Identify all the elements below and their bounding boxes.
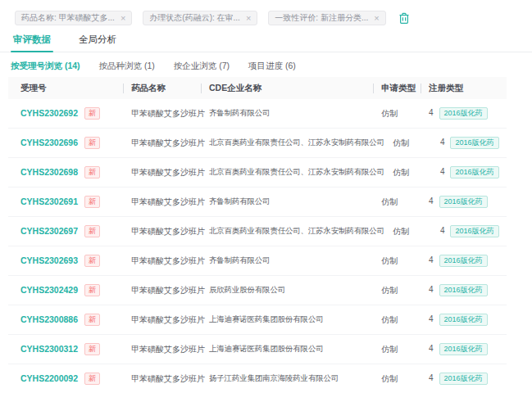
tab-global-analysis[interactable]: 全局分析 xyxy=(79,34,116,52)
company-name: 齐鲁制药有限公司 xyxy=(201,108,373,119)
reg-type-badge: 2016版化药 xyxy=(450,225,498,237)
column-header-reg-type: 注册类型 xyxy=(421,83,494,94)
column-header-apply-type: 申请类型 xyxy=(373,83,421,94)
new-badge: 新 xyxy=(84,373,100,385)
company-name: 扬子江药业集团南京海陵药业有限公司 xyxy=(201,373,373,384)
column-header-company: CDE企业名称 xyxy=(201,83,373,94)
new-badge: 新 xyxy=(84,196,100,208)
drug-name: 甲苯磺酸艾多沙班片 xyxy=(123,196,201,208)
apply-type: 仿制 xyxy=(384,226,432,237)
reg-type-badge: 2016版化药 xyxy=(450,137,498,149)
reg-class: 4 xyxy=(429,108,434,117)
acceptance-no-link[interactable]: CYHS2302697 xyxy=(20,226,78,236)
reg-type-badge: 2016版化药 xyxy=(439,343,488,355)
drug-name: 甲苯磺酸艾多沙班片 xyxy=(123,285,201,296)
subtab-project-progress[interactable]: 项目进度 (6) xyxy=(248,61,296,72)
reg-type-badge: 2016版化药 xyxy=(439,196,488,208)
column-header-acceptance-no: 受理号 xyxy=(20,83,123,94)
filter-tag-drug-name: 药品名称: 甲苯磺酸艾多... × xyxy=(15,11,132,25)
apply-type: 仿制 xyxy=(373,255,421,267)
reg-type-badge: 2016版化药 xyxy=(439,373,488,385)
reg-class: 4 xyxy=(429,344,434,353)
drug-name: 甲苯磺酸艾多沙班片 xyxy=(123,108,201,120)
reg-type-badge: 2016版化药 xyxy=(450,166,498,178)
reg-class: 4 xyxy=(429,285,434,294)
review-data-table: 受理号 药品名称 CDE企业名称 申请类型 注册类型 CYHS2302692新 … xyxy=(8,77,507,393)
company-name: 北京百奥药业有限责任公司、江苏永安制药有限公司 xyxy=(201,167,384,178)
clear-all-filters-button[interactable] xyxy=(398,12,410,25)
apply-type: 仿制 xyxy=(384,138,432,149)
acceptance-no-link[interactable]: CYHS2300886 xyxy=(20,314,78,324)
close-icon[interactable]: × xyxy=(374,14,379,23)
apply-type: 仿制 xyxy=(373,285,421,296)
acceptance-no-link[interactable]: CYHS2200092 xyxy=(20,373,78,383)
reg-type-badge: 2016版化药 xyxy=(439,255,488,267)
new-badge: 新 xyxy=(84,107,100,120)
table-row: CYHS2300886新 甲苯磺酸艾多沙班片 上海迪赛诺医药集团股份有限公司 仿… xyxy=(8,305,507,335)
reg-class: 4 xyxy=(440,167,445,176)
acceptance-no-link[interactable]: CYHS2302429 xyxy=(20,285,78,295)
company-name: 齐鲁制药有限公司 xyxy=(201,196,373,207)
apply-type: 仿制 xyxy=(373,108,421,120)
company-name: 北京百奥药业有限责任公司、江苏永安制药有限公司 xyxy=(201,138,384,148)
acceptance-no-link[interactable]: CYHS2302691 xyxy=(20,196,78,206)
subtab-by-company[interactable]: 按企业浏览 (7) xyxy=(174,61,230,72)
apply-type: 仿制 xyxy=(373,314,421,326)
table-row: CYHS2302692新 甲苯磺酸艾多沙班片 齐鲁制药有限公司 仿制 42016… xyxy=(8,99,507,129)
company-name: 北京百奥药业有限责任公司、江苏永安制药有限公司 xyxy=(201,226,384,237)
drug-name: 甲苯磺酸艾多沙班片 xyxy=(123,373,201,385)
close-icon[interactable]: × xyxy=(120,14,125,23)
main-tabs: 审评数据 全局分析 xyxy=(0,34,532,52)
table-row: CYHS2302698新 甲苯磺酸艾多沙班片 北京百奥药业有限责任公司、江苏永安… xyxy=(8,158,507,187)
acceptance-no-link[interactable]: CYHS2302692 xyxy=(20,108,78,118)
new-badge: 新 xyxy=(84,255,100,267)
reg-class: 4 xyxy=(429,314,434,323)
apply-type: 仿制 xyxy=(384,167,432,178)
drug-name: 甲苯磺酸艾多沙班片 xyxy=(123,138,201,149)
apply-type: 仿制 xyxy=(373,196,421,208)
drug-name: 甲苯磺酸艾多沙班片 xyxy=(123,344,201,355)
table-header-row: 受理号 药品名称 CDE企业名称 申请类型 注册类型 xyxy=(8,77,507,99)
new-badge: 新 xyxy=(84,225,100,237)
sub-tabs: 按受理号浏览 (14) 按品种浏览 (1) 按企业浏览 (7) 项目进度 (6) xyxy=(0,61,532,72)
acceptance-no-link[interactable]: CYHS2302693 xyxy=(20,255,78,265)
acceptance-no-link[interactable]: CYHS2300312 xyxy=(20,344,78,354)
new-badge: 新 xyxy=(84,343,100,355)
filter-bar: 药品名称: 甲苯磺酸艾多... × 办理状态(药融云): 在审... × 一致性… xyxy=(0,0,532,25)
filter-tag-label: 药品名称: 甲苯磺酸艾多... xyxy=(21,12,115,24)
new-badge: 新 xyxy=(84,284,100,296)
drug-name: 甲苯磺酸艾多沙班片 xyxy=(123,167,201,178)
apply-type: 仿制 xyxy=(373,344,421,355)
filter-tag-consistency: 一致性评价: 新注册分类... × xyxy=(268,11,385,25)
acceptance-no-link[interactable]: CYHS2302698 xyxy=(20,167,78,177)
table-row: CYHS2302697新 甲苯磺酸艾多沙班片 北京百奥药业有限责任公司、江苏永安… xyxy=(8,217,507,246)
table-row: CYHS2302691新 甲苯磺酸艾多沙班片 齐鲁制药有限公司 仿制 42016… xyxy=(8,187,507,217)
reg-class: 4 xyxy=(429,255,434,264)
new-badge: 新 xyxy=(84,137,100,149)
drug-name: 甲苯磺酸艾多沙班片 xyxy=(123,314,201,326)
company-name: 上海迪赛诺医药集团股份有限公司 xyxy=(201,314,373,325)
reg-class: 4 xyxy=(429,373,434,382)
drug-name: 甲苯磺酸艾多沙班片 xyxy=(123,226,201,237)
table-row: CYHS2302696新 甲苯磺酸艾多沙班片 北京百奥药业有限责任公司、江苏永安… xyxy=(8,129,507,158)
apply-type: 仿制 xyxy=(373,373,421,385)
reg-class: 4 xyxy=(440,226,445,235)
reg-type-badge: 2016版化药 xyxy=(439,107,488,120)
acceptance-no-link[interactable]: CYHS2302696 xyxy=(20,138,78,147)
reg-class: 4 xyxy=(440,138,445,147)
close-icon[interactable]: × xyxy=(246,14,251,23)
tab-review-data[interactable]: 审评数据 xyxy=(13,34,51,52)
table-row: CYHS2200092新 甲苯磺酸艾多沙班片 扬子江药业集团南京海陵药业有限公司… xyxy=(8,364,507,393)
company-name: 辰欣药业股份有限公司 xyxy=(201,285,373,296)
new-badge: 新 xyxy=(84,314,100,326)
reg-type-badge: 2016版化药 xyxy=(439,284,488,296)
table-row: CYHS2302693新 甲苯磺酸艾多沙班片 齐鲁制药有限公司 仿制 42016… xyxy=(8,246,507,276)
subtab-by-variety[interactable]: 按品种浏览 (1) xyxy=(99,61,155,72)
column-header-drug-name: 药品名称 xyxy=(123,83,201,94)
reg-type-badge: 2016版化药 xyxy=(439,314,488,326)
drug-name: 甲苯磺酸艾多沙班片 xyxy=(123,255,201,267)
subtab-by-acceptance-no[interactable]: 按受理号浏览 (14) xyxy=(11,61,80,72)
table-row: CYHS2300312新 甲苯磺酸艾多沙班片 上海迪赛诺医药集团股份有限公司 仿… xyxy=(8,335,507,364)
trash-icon xyxy=(398,12,410,25)
company-name: 齐鲁制药有限公司 xyxy=(201,255,373,266)
